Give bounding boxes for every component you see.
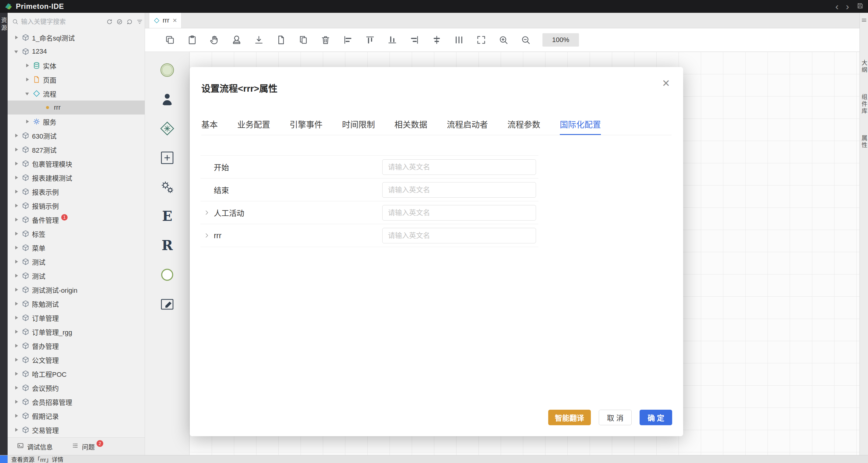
- tree-item[interactable]: 陈勉测试: [8, 297, 145, 311]
- note-node[interactable]: [158, 295, 176, 313]
- refresh-icon[interactable]: [106, 18, 113, 25]
- tree-item[interactable]: 菜单: [8, 241, 145, 255]
- caret-right-icon[interactable]: [25, 119, 30, 124]
- dialog-close-icon[interactable]: ×: [662, 77, 670, 90]
- caret-right-icon[interactable]: [14, 147, 19, 152]
- tree-item[interactable]: 测试测试-origin: [8, 283, 145, 297]
- caret-right-icon[interactable]: [14, 189, 19, 194]
- caret-down-icon[interactable]: [14, 49, 19, 54]
- e-node[interactable]: E: [158, 207, 176, 225]
- debug-info-button[interactable]: 调试信息: [17, 442, 53, 451]
- dialog-tab[interactable]: 基本: [201, 118, 218, 135]
- tree-item[interactable]: 哈工程POC: [8, 367, 145, 381]
- dialog-tab[interactable]: 业务配置: [237, 118, 270, 135]
- tree-item[interactable]: 报销示例: [8, 198, 145, 213]
- fit-screen-icon[interactable]: [476, 34, 487, 45]
- plus-node[interactable]: [158, 149, 176, 167]
- dialog-tab[interactable]: 相关数据: [394, 118, 427, 135]
- tree-item[interactable]: 827测试: [8, 143, 145, 157]
- tree-item[interactable]: 流程: [8, 87, 145, 100]
- tree-item[interactable]: 交易管理: [8, 423, 145, 437]
- caret-right-icon[interactable]: [14, 371, 19, 376]
- filter-icon[interactable]: [136, 18, 143, 25]
- caret-right-icon[interactable]: [14, 203, 19, 208]
- zoom-in-icon[interactable]: [498, 34, 509, 45]
- tree-item[interactable]: 包裹管理模块: [8, 157, 145, 171]
- stamp-icon[interactable]: [231, 34, 242, 45]
- tree-item[interactable]: 1234: [8, 44, 145, 59]
- download-icon[interactable]: [253, 34, 265, 45]
- cancel-button[interactable]: 取 消: [599, 410, 632, 425]
- service-node[interactable]: [158, 178, 176, 196]
- tree-item[interactable]: 1_命名sql测试: [8, 30, 145, 44]
- caret-right-icon[interactable]: [14, 259, 19, 265]
- tree-item[interactable]: 报表建模测试: [8, 171, 145, 185]
- dialog-tab[interactable]: 国际化配置: [560, 118, 601, 135]
- caret-right-icon[interactable]: [14, 35, 19, 40]
- tree-item[interactable]: 会议预约: [8, 381, 145, 395]
- tree-item[interactable]: 页面: [8, 72, 145, 87]
- english-name-input[interactable]: [382, 182, 536, 198]
- english-name-input[interactable]: [382, 228, 536, 243]
- caret-right-icon[interactable]: [14, 427, 19, 433]
- zoom-level-select[interactable]: 100%: [542, 33, 579, 47]
- dialog-tab[interactable]: 流程启动者: [447, 118, 488, 135]
- tree-item[interactable]: 测试: [8, 255, 145, 269]
- caret-right-icon[interactable]: [14, 217, 19, 222]
- caret-right-icon[interactable]: [14, 161, 19, 166]
- activity-tab-resources[interactable]: 资源: [0, 17, 8, 32]
- save-icon[interactable]: [857, 2, 864, 11]
- align-left-icon[interactable]: [342, 34, 353, 45]
- caret-right-icon[interactable]: [25, 63, 30, 68]
- right-dock-tab[interactable]: 组件库: [860, 94, 868, 115]
- nav-back-icon[interactable]: ‹: [835, 2, 839, 11]
- caret-down-icon[interactable]: [25, 91, 30, 96]
- zoom-out-icon[interactable]: [520, 34, 531, 45]
- tree-item[interactable]: 630测试: [8, 128, 145, 143]
- confirm-button[interactable]: 确 定: [640, 410, 672, 425]
- tree-item[interactable]: 备件管理1: [8, 213, 145, 227]
- caret-right-icon[interactable]: [14, 399, 19, 404]
- panel-menu-icon[interactable]: [860, 17, 868, 23]
- tree-item[interactable]: 督办管理: [8, 339, 145, 353]
- distribute-icon[interactable]: [454, 34, 464, 45]
- hand-icon[interactable]: [209, 34, 220, 45]
- caret-right-icon[interactable]: [25, 77, 30, 82]
- tree-item[interactable]: 报表示例: [8, 185, 145, 198]
- smart-translate-button[interactable]: 智能翻译: [548, 410, 591, 425]
- dialog-tab[interactable]: 时间限制: [342, 118, 375, 135]
- tree-item[interactable]: 服务: [8, 115, 145, 128]
- dialog-tab[interactable]: 流程参数: [507, 118, 540, 135]
- caret-right-icon[interactable]: [14, 301, 19, 306]
- r-node[interactable]: R: [158, 236, 176, 255]
- expand-icon[interactable]: [204, 232, 213, 239]
- caret-right-icon[interactable]: [14, 287, 19, 292]
- end-node[interactable]: [158, 266, 176, 284]
- duplicate-icon[interactable]: [298, 34, 309, 45]
- paste-icon[interactable]: [187, 34, 198, 45]
- tree-item[interactable]: rrr: [8, 100, 145, 115]
- caret-right-icon[interactable]: [14, 273, 19, 278]
- english-name-input[interactable]: [382, 159, 536, 175]
- copy-icon[interactable]: [164, 34, 176, 45]
- caret-right-icon[interactable]: [14, 231, 19, 236]
- caret-right-icon[interactable]: [14, 315, 19, 320]
- tree-item[interactable]: 订单管理_rgg: [8, 325, 145, 339]
- caret-right-icon[interactable]: [14, 329, 19, 335]
- nav-forward-icon[interactable]: ›: [846, 2, 849, 11]
- tree-item[interactable]: 假期记录: [8, 409, 145, 423]
- tree-item[interactable]: 标签: [8, 227, 145, 241]
- tab-close-icon[interactable]: ×: [173, 17, 177, 24]
- check-circle-icon[interactable]: [116, 18, 123, 25]
- right-dock-tab[interactable]: 大纲: [860, 60, 868, 74]
- align-bottom-icon[interactable]: [387, 34, 398, 45]
- caret-right-icon[interactable]: [14, 133, 19, 138]
- expand-icon[interactable]: [204, 209, 213, 216]
- caret-right-icon[interactable]: [14, 385, 19, 391]
- problems-button[interactable]: 问题 2: [71, 442, 103, 451]
- align-right-icon[interactable]: [409, 34, 420, 45]
- english-name-input[interactable]: [382, 205, 536, 220]
- caret-right-icon[interactable]: [14, 357, 19, 363]
- human-activity-node[interactable]: [158, 90, 176, 109]
- caret-right-icon[interactable]: [14, 413, 19, 419]
